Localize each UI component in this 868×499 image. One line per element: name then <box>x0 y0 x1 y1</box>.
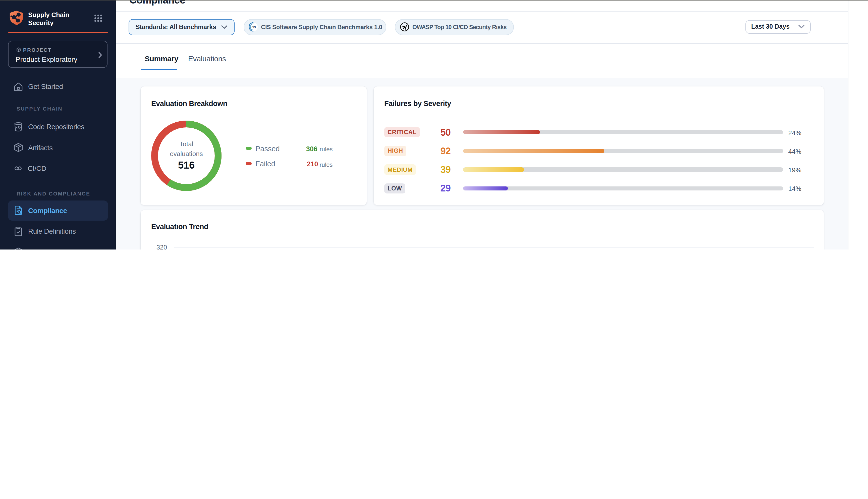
svg-text:evaluations: evaluations <box>170 150 203 157</box>
svg-text:CIS: CIS <box>251 26 256 29</box>
svg-text:Total: Total <box>179 140 194 147</box>
svg-text:320: 320 <box>157 243 167 250</box>
svg-text:516: 516 <box>178 159 195 170</box>
